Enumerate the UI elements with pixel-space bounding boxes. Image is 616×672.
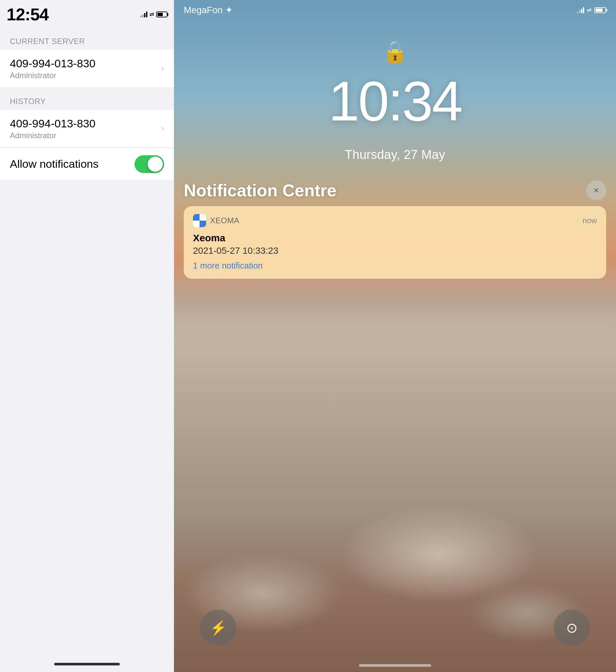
history-server-item[interactable]: 409-994-013-830 Administrator › [0,109,174,148]
battery-fill [158,13,163,16]
nc-close-icon: × [594,186,599,195]
carrier-text: MegaFon ✦ [184,5,233,15]
right-battery-icon [594,7,606,13]
current-server-subtitle: Administrator [10,71,96,80]
current-server-item[interactable]: 409-994-013-830 Administrator › [0,49,174,88]
right-status-bar: MegaFon ✦ ⇌ [174,0,616,19]
nc-header: Notification Centre × [184,180,606,200]
home-indicator-right [359,664,431,667]
lock-bottom-buttons: ⚡ ⊙ [174,610,616,646]
right-wifi-icon: ⇌ [587,7,592,14]
notif-icon-q4 [200,220,206,227]
history-label: HISTORY [0,88,174,109]
right-battery-fill [596,9,603,12]
notif-more: 1 more notification [193,261,597,271]
notif-icon-q2 [200,214,206,220]
lock-icon-container: 🔒 [382,39,408,64]
lock-icon: 🔒 [382,40,408,63]
right-status-icons: ⇌ [577,7,606,14]
right-signal-icon [577,7,584,13]
notif-icon-q3 [193,220,200,227]
left-panel: 12:54 ⇌ CURRENT SERVER 409-994-013-830 A… [0,0,174,672]
carrier-name: MegaFon [184,5,223,15]
allow-notifications-row: Allow notifications [0,148,174,180]
history-server-text: 409-994-013-830 Administrator [10,117,96,140]
wifi-icon: ⇌ [149,11,154,18]
notif-header-row: XEOMA now [193,214,597,227]
lock-time: 10:34 [174,69,616,133]
notif-body: 2021-05-27 10:33:23 [193,245,597,256]
allow-notifications-label: Allow notifications [10,157,98,170]
notif-title: Xeoma [193,232,597,243]
history-chevron-icon: › [161,123,164,134]
left-time: 12:54 [7,5,49,24]
notification-centre: Notification Centre × XEOMA now Xeoma [184,180,606,279]
current-server-label: CURRENT SERVER [0,28,174,49]
current-server-text: 409-994-013-830 Administrator [10,57,96,80]
notif-timestamp: now [583,216,597,225]
notif-app-name: XEOMA [210,216,239,225]
camera-icon: ⊙ [566,620,578,636]
camera-button[interactable]: ⊙ [554,610,590,646]
home-indicator-left [54,663,120,665]
history-server-subtitle: Administrator [10,131,96,140]
current-server-title: 409-994-013-830 [10,57,96,70]
right-panel: MegaFon ✦ ⇌ 🔒 10:34 Thursday, 27 May Not… [174,0,616,672]
nc-title: Notification Centre [184,180,336,200]
carrier-symbol: ✦ [225,5,233,15]
left-status-icons: ⇌ [140,11,167,18]
signal-icon [140,11,147,17]
lock-date: Thursday, 27 May [174,148,616,162]
battery-icon [156,11,167,17]
current-server-group: 409-994-013-830 Administrator › [0,49,174,88]
chevron-icon: › [161,63,164,73]
notif-icon-q1 [193,214,200,220]
history-group: 409-994-013-830 Administrator › Allow no… [0,109,174,180]
flashlight-icon: ⚡ [210,620,227,636]
allow-notifications-toggle[interactable] [135,155,164,173]
history-server-title: 409-994-013-830 [10,117,96,130]
toggle-knob [148,157,163,172]
notif-app-icon [193,214,206,227]
left-status-bar: 12:54 ⇌ [0,0,174,28]
flashlight-button[interactable]: ⚡ [200,610,236,646]
nc-close-button[interactable]: × [586,180,606,200]
notification-card[interactable]: XEOMA now Xeoma 2021-05-27 10:33:23 1 mo… [184,206,606,279]
notif-app-info: XEOMA [193,214,239,227]
